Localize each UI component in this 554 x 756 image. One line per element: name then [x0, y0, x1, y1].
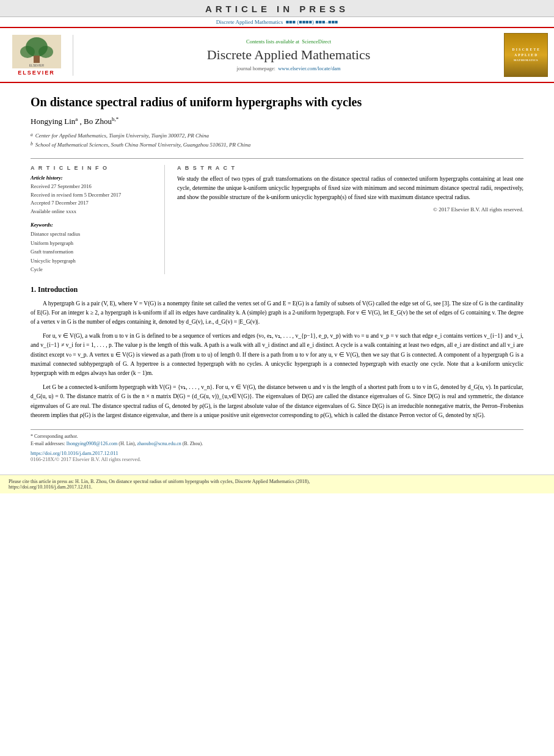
- doi-link[interactable]: https://doi.org/10.1016/j.dam.2017.12.01…: [31, 450, 118, 456]
- email1-link[interactable]: lhongying0908@126.com: [67, 441, 118, 446]
- issn-text: 0166-218X/© 2017 Elsevier B.V. All right…: [31, 456, 141, 462]
- corresponding-author-note: * Corresponding author.: [31, 434, 523, 439]
- abstract-text: We study the effect of two types of graf…: [177, 175, 523, 202]
- journal-header: ELSEVIER ELSEVIER Contents lists availab…: [0, 27, 554, 83]
- author2-sup: b,*: [112, 116, 118, 122]
- history-revised: Received in revised form 5 December 2017: [31, 191, 155, 200]
- section1-paragraph3: Let G be a connected k-uniform hypergrap…: [31, 383, 523, 420]
- journal-logo-right: D I S C R E T EA P P L I E DMATHEMATICS: [504, 33, 548, 77]
- logo-text: D I S C R E T EA P P L I E DMATHEMATICS: [512, 47, 539, 62]
- doi-footer: https://doi.org/10.1016/j.dam.2017.12.01…: [31, 450, 523, 462]
- article-in-press-banner: ARTICLE IN PRESS: [0, 0, 554, 17]
- footnote-area: * Corresponding author. E-mail addresses…: [31, 429, 523, 446]
- section1-heading: 1. Introduction: [31, 285, 523, 294]
- keyword-3: Graft transformation: [31, 247, 155, 256]
- abstract-column: A B S T R A C T We study the effect of t…: [177, 165, 523, 274]
- elsevier-text: ELSEVIER: [18, 70, 55, 76]
- homepage-link[interactable]: www.elsevier.com/locate/dam: [278, 65, 340, 71]
- section1-paragraph2: For u, v ∈ V(G), a walk from u to v in G…: [31, 332, 523, 378]
- keywords-section: Keywords: Distance spectral radius Unifo…: [31, 222, 155, 274]
- affiliation-a-text: Center for Applied Mathematics, Tianjin …: [35, 131, 209, 140]
- svg-rect-4: [34, 56, 40, 63]
- history-received: Received 27 September 2016: [31, 183, 155, 191]
- elsevier-tree-icon: ELSEVIER: [12, 35, 61, 68]
- section1-paragraph1: A hypergraph G is a pair (V, E), where V…: [31, 299, 523, 327]
- doi-journal-name: Discrete Applied Mathematics: [216, 19, 283, 25]
- author2-name: , Bo Zhou: [80, 117, 112, 126]
- doi-line: Discrete Applied Mathematics ■■■ (■■■■) …: [0, 17, 554, 27]
- affiliation-a: a Center for Applied Mathematics, Tianji…: [31, 131, 523, 140]
- homepage-line: journal homepage: www.elsevier.com/locat…: [79, 65, 498, 71]
- paper-title: On distance spectral radius of uniform h…: [31, 94, 523, 110]
- sciencedirect-link[interactable]: ScienceDirect: [302, 38, 331, 45]
- affiliation-b-text: School of Mathematical Sciences, South C…: [35, 140, 250, 149]
- email-footnote: E-mail addresses: lhongying0908@126.com …: [31, 441, 523, 446]
- article-info-title: A R T I C L E I N F O: [31, 165, 155, 171]
- journal-center: Contents lists available at ScienceDirec…: [79, 38, 498, 71]
- author1-name: Hongying Lin: [31, 117, 75, 126]
- history-section: Article history: Received 27 September 2…: [31, 175, 155, 216]
- affiliations: a Center for Applied Mathematics, Tianji…: [31, 131, 523, 149]
- article-info-abstract: A R T I C L E I N F O Article history: R…: [31, 158, 523, 274]
- history-online: Available online xxxx: [31, 208, 155, 216]
- citation-text1: Please cite this article in press as: H.…: [9, 479, 310, 484]
- contents-line: Contents lists available at ScienceDirec…: [79, 38, 498, 45]
- journal-title: Discrete Applied Mathematics: [79, 47, 498, 63]
- authors-line: Hongying Lina , Bo Zhoub,*: [31, 116, 523, 126]
- keyword-1: Distance spectral radius: [31, 230, 155, 238]
- author1-sup: a: [75, 116, 78, 122]
- svg-text:ELSEVIER: ELSEVIER: [29, 64, 44, 67]
- history-accepted: Accepted 7 December 2017: [31, 199, 155, 208]
- main-content: On distance spectral radius of uniform h…: [0, 83, 554, 468]
- email2-link[interactable]: zhaoubo@scnu.edu.cn: [137, 441, 181, 446]
- keyword-2: Uniform hypergraph: [31, 239, 155, 247]
- history-label: Article history:: [31, 175, 155, 181]
- copyright-line: © 2017 Elsevier B.V. All rights reserved…: [177, 206, 523, 213]
- citation-text2: https://doi.org/10.1016/j.dam.2017.12.01…: [9, 484, 92, 490]
- abstract-title: A B S T R A C T: [177, 165, 523, 171]
- affiliation-b: b School of Mathematical Sciences, South…: [31, 140, 523, 149]
- keywords-label: Keywords:: [31, 222, 155, 228]
- email1-author: (H. Lin),: [118, 441, 136, 446]
- elsevier-logo: ELSEVIER ELSEVIER: [6, 35, 73, 76]
- email2-author: (B. Zhou).: [183, 441, 203, 446]
- keyword-5: Cycle: [31, 265, 155, 274]
- svg-point-2: [20, 46, 35, 58]
- article-info-column: A R T I C L E I N F O Article history: R…: [31, 165, 165, 274]
- bottom-citation-bar: Please cite this article in press as: H.…: [0, 474, 554, 493]
- email-label: E-mail addresses:: [31, 441, 65, 446]
- keyword-4: Unicyclic hypergraph: [31, 256, 155, 265]
- svg-point-3: [38, 46, 53, 58]
